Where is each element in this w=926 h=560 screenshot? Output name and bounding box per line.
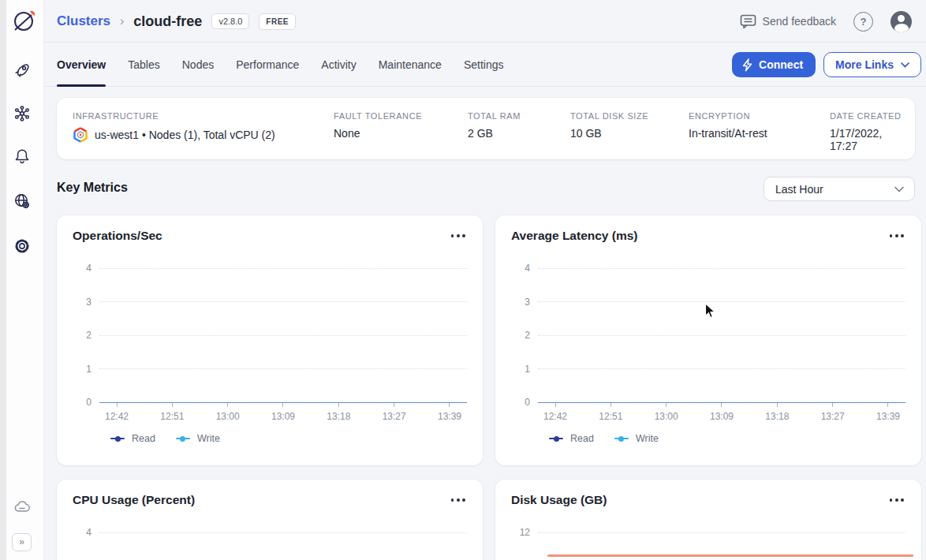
globe-gear-icon[interactable] xyxy=(13,192,31,210)
tab-performance[interactable]: Performance xyxy=(236,43,299,87)
legend-item-write[interactable]: Write xyxy=(176,433,220,444)
time-range-value: Last Hour xyxy=(775,183,823,196)
breadcrumb: Clusters › cloud-free v2.8.0 FREE xyxy=(57,0,296,43)
total-disk-size-label: TOTAL DISK SIZE xyxy=(570,111,689,121)
chart-title: Average Latency (ms) xyxy=(511,229,638,243)
more-links-button[interactable]: More Links xyxy=(823,52,921,77)
page-header: Clusters › cloud-free v2.8.0 FREE Send f… xyxy=(44,0,926,43)
version-badge: v2.8.0 xyxy=(211,13,249,29)
key-metrics-title: Key Metrics xyxy=(57,181,128,195)
x-axis-tick-label: 12:42 xyxy=(99,411,134,422)
x-axis-tick-label: 13:00 xyxy=(649,411,684,422)
gridline xyxy=(99,301,467,302)
tab-settings[interactable]: Settings xyxy=(464,43,504,87)
legend-series-marker-icon xyxy=(110,438,125,440)
sidebar-edge-strip xyxy=(0,0,6,560)
fault-tolerance-label: FAULT TOLERANCE xyxy=(334,111,468,121)
x-axis-tick-label: 13:09 xyxy=(266,411,301,422)
gridline xyxy=(538,268,905,269)
legend-label: Write xyxy=(197,433,220,444)
x-axis-tick-label: 13:00 xyxy=(211,411,245,422)
y-axis-tick-label: 4 xyxy=(76,527,91,538)
encryption-label: ENCRYPTION xyxy=(689,111,830,121)
x-axis-tick-label: 12:42 xyxy=(538,411,573,422)
bell-icon[interactable] xyxy=(13,147,31,165)
tab-activity[interactable]: Activity xyxy=(321,43,356,87)
tab-nodes[interactable]: Nodes xyxy=(182,43,214,87)
y-axis-tick-label: 3 xyxy=(76,297,91,308)
encryption-value: In-transit/At-rest xyxy=(689,127,830,140)
help-icon[interactable]: ? xyxy=(853,12,873,32)
sidebar: » xyxy=(0,0,44,560)
gridline xyxy=(99,368,467,369)
cluster-name: cloud-free xyxy=(133,13,202,30)
feedback-bubble-icon xyxy=(740,14,756,29)
y-axis-tick-label: 0 xyxy=(514,397,530,408)
cluster-overview-page: » Clusters › cloud-free v2.8.0 FREE Send… xyxy=(0,0,926,560)
tab-maintenance[interactable]: Maintenance xyxy=(379,43,442,87)
chart-disk-usage: Disk Usage (GB) 12 xyxy=(495,480,921,560)
chart-menu-button[interactable] xyxy=(450,495,467,505)
gcp-icon xyxy=(73,127,88,143)
chevron-down-icon xyxy=(894,186,904,192)
legend-label: Read xyxy=(570,433,594,444)
chart-legend: ReadWrite xyxy=(549,433,659,444)
y-axis-tick-label: 1 xyxy=(514,364,530,375)
date-created-value: 1/17/2022, 17:27 xyxy=(830,127,902,152)
x-axis-labels: 12:4212:5113:0013:0913:1813:2713:39 xyxy=(538,411,905,422)
x-axis-tick-label: 13:27 xyxy=(377,411,412,422)
x-axis-tick-label: 13:09 xyxy=(704,411,739,422)
legend-item-read[interactable]: Read xyxy=(549,433,594,444)
connect-button[interactable]: Connect xyxy=(732,52,816,77)
user-avatar[interactable] xyxy=(891,11,912,32)
header-actions: Send feedback ? xyxy=(740,0,912,43)
chart-menu-button[interactable] xyxy=(450,231,467,241)
tab-tables[interactable]: Tables xyxy=(128,43,159,87)
infrastructure-label: INFRASTRUCTURE xyxy=(73,111,334,121)
y-axis-tick-label: 12 xyxy=(514,527,530,538)
legend-label: Read xyxy=(132,433,155,444)
lightning-bolt-icon xyxy=(741,58,753,72)
sidebar-expand-button[interactable]: » xyxy=(12,533,32,551)
chart-menu-button[interactable] xyxy=(888,495,905,505)
plan-badge: FREE xyxy=(259,13,296,30)
send-feedback-button[interactable]: Send feedback xyxy=(740,14,836,29)
x-axis-tick-label: 13:18 xyxy=(760,411,794,422)
y-axis-tick-label: 2 xyxy=(514,330,530,341)
rocket-icon[interactable] xyxy=(13,62,31,79)
chevron-down-icon xyxy=(901,62,909,68)
y-axis-tick-label: 4 xyxy=(514,263,530,274)
legend-series-marker-icon xyxy=(176,438,190,440)
gridline xyxy=(538,335,905,336)
gridline xyxy=(538,368,905,369)
total-ram-value: 2 GB xyxy=(468,127,570,140)
series-line xyxy=(547,554,913,557)
gridline xyxy=(538,532,905,533)
gridline xyxy=(99,532,467,533)
x-axis-tick-label: 13:39 xyxy=(432,411,467,422)
x-axis-tick-label: 13:39 xyxy=(871,411,905,422)
time-range-select[interactable]: Last Hour xyxy=(764,177,915,201)
breadcrumb-clusters-link[interactable]: Clusters xyxy=(57,13,110,29)
gear-icon[interactable] xyxy=(13,237,31,255)
date-created-label: DATE CREATED xyxy=(830,111,902,121)
legend-item-read[interactable]: Read xyxy=(110,433,155,444)
chart-average-latency: Average Latency (ms) 4321012:4212:5113:0… xyxy=(495,215,921,465)
infrastructure-value: us-west1 • Nodes (1), Total vCPU (2) xyxy=(95,129,275,141)
x-axis-tick-label: 13:27 xyxy=(816,411,850,422)
tab-overview[interactable]: Overview xyxy=(57,43,106,87)
legend-series-marker-icon xyxy=(614,438,629,440)
cockroach-cloud-logo[interactable] xyxy=(12,8,37,33)
chart-title: Disk Usage (GB) xyxy=(511,493,607,507)
chart-menu-button[interactable] xyxy=(888,231,905,241)
total-disk-size-value: 10 GB xyxy=(570,127,689,140)
cloud-icon[interactable] xyxy=(13,498,31,516)
legend-label: Write xyxy=(636,433,659,444)
chart-title: CPU Usage (Percent) xyxy=(73,493,195,507)
y-axis-tick-label: 1 xyxy=(76,364,91,375)
network-icon[interactable] xyxy=(13,105,31,122)
y-axis-tick-label: 2 xyxy=(76,330,91,341)
legend-item-write[interactable]: Write xyxy=(614,433,659,444)
x-axis-ticks xyxy=(99,403,467,407)
tab-bar: Overview Tables Nodes Performance Activi… xyxy=(44,43,926,87)
